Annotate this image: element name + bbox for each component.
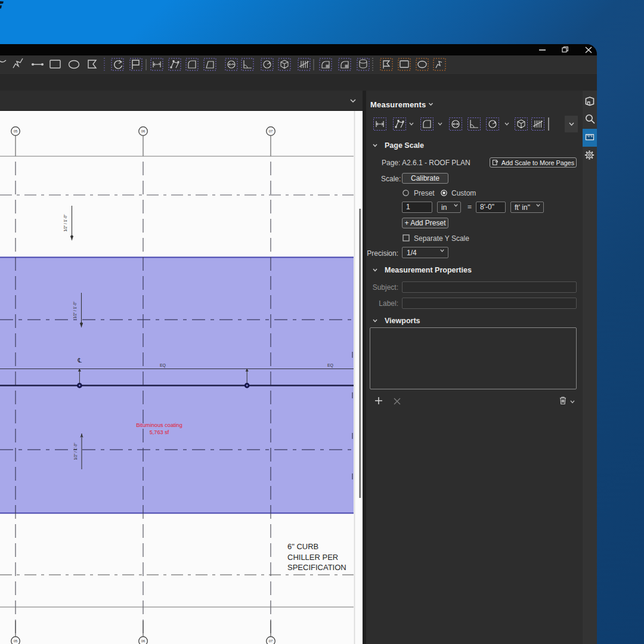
svg-text:℄: ℄ bbox=[77, 357, 82, 364]
svg-text:EQ: EQ bbox=[327, 363, 334, 368]
svg-text:1/2" / 1'-0": 1/2" / 1'-0" bbox=[73, 302, 77, 319]
svg-text:1/2" / 1'-0": 1/2" / 1'-0" bbox=[63, 215, 67, 232]
svg-text:1/2" / 1'-0": 1/2" / 1'-0" bbox=[73, 443, 78, 460]
svg-text:SPECIFICATION: SPECIFICATION bbox=[287, 563, 346, 572]
svg-text:5,763 sf: 5,763 sf bbox=[150, 429, 169, 435]
svg-text:Bituminous coating: Bituminous coating bbox=[136, 422, 182, 428]
svg-text:07: 07 bbox=[269, 129, 273, 133]
svg-text:05: 05 bbox=[14, 129, 18, 133]
svg-text:06: 06 bbox=[141, 639, 145, 643]
svg-text:EQ: EQ bbox=[160, 363, 166, 368]
svg-text:07: 07 bbox=[269, 639, 273, 643]
svg-text:CHILLER PER: CHILLER PER bbox=[287, 553, 338, 562]
svg-text:6" CURB: 6" CURB bbox=[287, 542, 318, 551]
svg-text:05: 05 bbox=[14, 639, 18, 643]
svg-text:06: 06 bbox=[141, 129, 145, 133]
